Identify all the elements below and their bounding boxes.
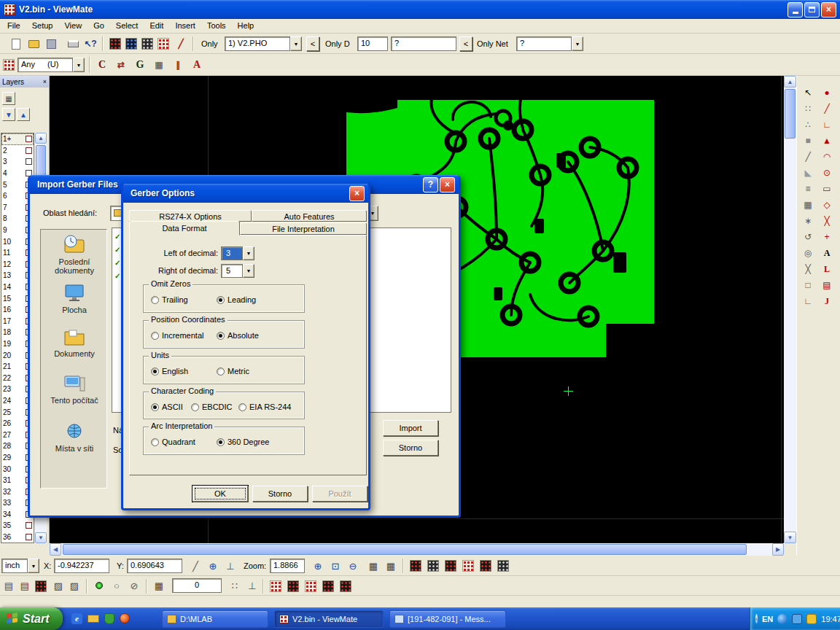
pointer-icon[interactable]: ↖ [801,85,815,100]
layer-color-swatch[interactable] [26,522,32,529]
folder-icon[interactable] [88,615,99,623]
display-icon[interactable] [792,614,802,624]
letter-c-button[interactable]: C [93,57,111,73]
prev-net-button[interactable]: < [459,36,472,51]
layer-color-swatch[interactable] [26,136,32,142]
unit-combo[interactable]: inch [1,559,28,573]
pad-pattern-icon[interactable] [338,579,353,594]
context-help-icon[interactable]: ↖? [83,36,98,51]
radio-eia-rs244[interactable]: EIA RS-244 [238,402,291,411]
pad-pattern-icon[interactable] [321,579,335,594]
radio-metric[interactable]: Metric [217,367,249,376]
radio-trailing[interactable]: Trailing [151,295,188,304]
layer-color-swatch[interactable] [26,158,32,165]
dcode-field[interactable]: 10 [357,36,388,51]
layers-scroll-down-icon[interactable]: ▼ [35,532,47,543]
vscroll-up-icon[interactable]: ▲ [784,76,796,88]
radio-english[interactable]: English [151,367,188,376]
rectangle-icon[interactable]: ▭ [820,182,834,196]
triangle-icon[interactable]: ◣ [801,166,815,180]
drop-anchor-icon[interactable]: ⊥ [245,578,260,593]
grid-icon[interactable]: ▦ [150,57,168,73]
grid-icon[interactable]: ▦ [801,198,815,212]
task-button-viewmate[interactable]: V2.bin - ViewMate [274,610,384,628]
layer-row-2[interactable]: 2 [1,145,34,157]
signal-light-icon[interactable] [92,578,106,593]
filled-square-icon[interactable]: ■ [801,133,815,148]
draw-line-icon[interactable]: ╱ [174,36,188,51]
probe-icon[interactable]: ⊘ [127,578,141,593]
restore-button[interactable] [804,2,820,18]
net-combo-arrow-icon[interactable]: ▼ [572,36,583,51]
polygon-icon[interactable]: ▲ [820,133,834,148]
hide-icons-chevron[interactable]: ‹ [755,614,758,623]
arc-icon[interactable]: ◠ [820,149,834,164]
hatch2-icon[interactable]: ▨ [67,578,82,593]
radio-360-degree[interactable]: 360 Degree [217,438,270,446]
layers-stack-icon[interactable]: ≡ [801,182,815,196]
circle-pad-icon[interactable]: ⊙ [820,166,834,180]
swap-arrows-icon[interactable]: ⇄ [112,57,130,73]
move-down-button[interactable]: ▼ [2,108,15,121]
radio-ebcdic[interactable]: EBCDIC [191,402,233,411]
place-desktop[interactable]: Plocha [42,284,107,314]
box-icon[interactable]: □ [801,278,815,292]
layer-row-1+[interactable]: 1+ [1,133,34,145]
hatch-icon[interactable]: ▨ [51,578,66,593]
apply-button[interactable]: Použít [312,486,368,502]
hscroll-right-icon[interactable]: ▶ [772,543,784,556]
aperture-combo-arrow-icon[interactable]: ▼ [73,58,85,72]
pad-pattern-icon[interactable] [303,579,318,594]
ie-icon[interactable]: e [71,613,82,624]
dcode-query-field[interactable]: ? [391,36,456,51]
snap-grid-icon[interactable]: ▦ [152,578,166,593]
trace-icon[interactable]: ╱ [820,101,834,116]
radio-incremental[interactable]: Incremental [151,331,203,340]
dialog-help-button[interactable]: ? [423,177,438,192]
move-up-button[interactable]: ▲ [17,108,30,121]
gerber-dialog-close-button[interactable]: × [349,186,365,201]
measure-icon[interactable]: ╳ [801,262,815,276]
flash-icon[interactable]: ∗ [801,214,815,228]
prev-dcode-button[interactable]: < [306,36,319,51]
corner-icon[interactable]: ∟ [820,117,834,132]
pad-pattern-icon[interactable] [461,559,475,573]
menu-item-insert[interactable]: Insert [169,19,201,32]
pad-icon[interactable]: ● [820,85,834,100]
menu-item-setup[interactable]: Setup [26,19,59,32]
pad-pattern-red-icon[interactable] [108,36,122,51]
canvas-hscrollbar[interactable]: ◀ ▶ [50,543,784,556]
right-of-decimal-combo[interactable]: 5 [221,264,243,278]
vscroll-thumb[interactable] [785,89,796,139]
net-combo[interactable]: ? [516,36,572,51]
grid-icon[interactable]: ▦ [366,559,381,573]
layer-row-36[interactable]: 36 [1,532,34,543]
radio-quadrant[interactable]: Quadrant [151,438,195,446]
task-button-mlab[interactable]: D:\MLAB [162,610,268,628]
tab-auto-features[interactable]: Auto Features [252,210,367,222]
pad-pattern-gray-icon[interactable] [140,36,155,51]
left-of-decimal-arrow-icon[interactable]: ▼ [243,246,254,260]
rotate-icon[interactable]: ↺ [801,230,815,244]
language-indicator[interactable]: EN [762,615,773,623]
menu-item-edit[interactable]: Edit [144,19,169,32]
radio-leading[interactable]: Leading [217,295,256,304]
pad-pattern-icon[interactable] [408,559,423,573]
tab-data-format[interactable]: Data Format [129,221,240,236]
pad-pattern-light-icon[interactable] [156,36,171,51]
layer-grid-button[interactable]: ▦ [2,92,15,105]
aperture-icon[interactable] [1,58,16,72]
ok-button[interactable]: OK [192,486,248,502]
menu-item-file[interactable]: File [1,19,26,32]
letter-a-button[interactable]: A [188,57,206,73]
only-net-label[interactable]: Only Net [477,39,508,48]
menu-item-go[interactable]: Go [88,19,110,32]
zoom-field[interactable]: 1.8866 [270,559,305,573]
target-icon[interactable]: ◎ [801,246,815,260]
zoom-window-icon[interactable]: ⊡ [328,559,343,573]
browser-icon[interactable] [120,613,130,623]
menu-item-select[interactable]: Select [110,19,144,32]
save-file-icon[interactable] [44,36,58,51]
minimize-button[interactable] [788,2,803,18]
only-layer-label[interactable]: Only [201,39,218,48]
